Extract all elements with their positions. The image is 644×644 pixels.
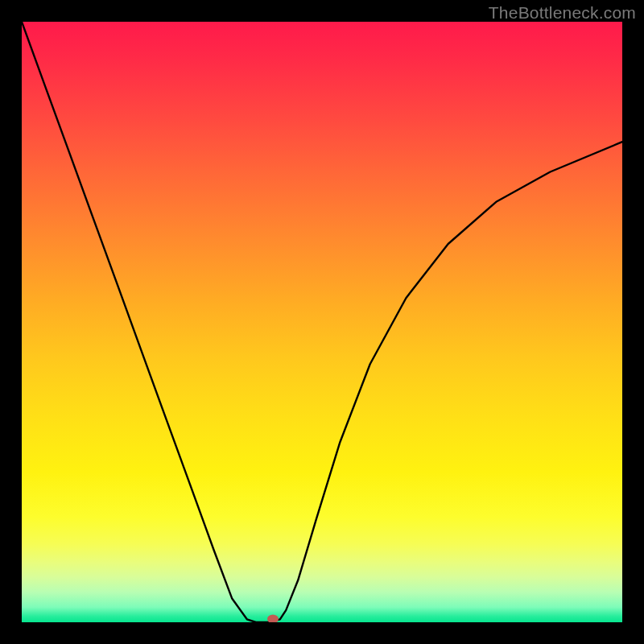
chart-stage: TheBottleneck.com	[0, 0, 644, 644]
plot-area	[22, 22, 622, 622]
curve-path	[22, 22, 622, 622]
watermark-text: TheBottleneck.com	[489, 3, 636, 23]
bottleneck-curve	[22, 22, 622, 622]
minimum-marker	[267, 615, 279, 622]
